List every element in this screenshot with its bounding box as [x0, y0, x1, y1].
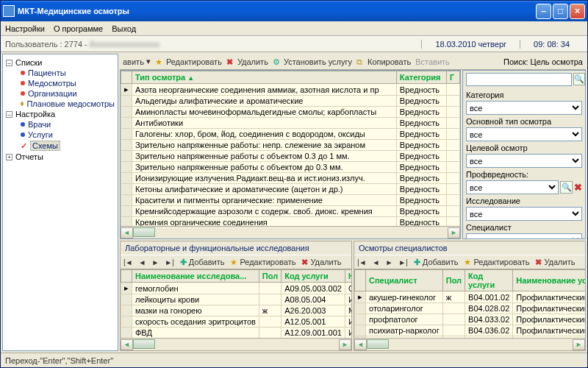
nav-next-icon[interactable]: ►	[151, 258, 159, 266]
search-label: Поиск: Цель осмотра	[503, 57, 583, 66]
titlebar: МКТ-Медицинские осмотры – □ ×	[1, 1, 587, 21]
table-row[interactable]: Галогены: хлор, бром, йод, соединения с …	[121, 129, 460, 140]
col-g[interactable]: Г	[447, 71, 460, 84]
col-category[interactable]: Категория	[396, 71, 446, 84]
filter-main[interactable]: все	[466, 127, 582, 141]
nav-first-icon[interactable]: |◄	[123, 258, 133, 266]
lab-grid[interactable]: Наименование исследова...ПолКод услугиНа…	[121, 269, 351, 338]
tree-examinations[interactable]: Медосмотры	[4, 78, 116, 88]
infobar: Пользователь : 2774 - Axxxxxxxxxxxxxxxx …	[1, 36, 587, 52]
nav-prev-icon[interactable]: ◄	[139, 258, 146, 266]
tree-reports[interactable]: +Отчеты	[4, 152, 116, 162]
tree-lists[interactable]: –Списки	[4, 57, 116, 68]
main-grid[interactable]: Тип осмотра ▲ Категория Г ▸Азота неорган…	[120, 70, 461, 239]
table-row[interactable]: АнтибиотикиВредность	[121, 118, 460, 129]
table-row[interactable]: Зрительно напряженные работы: непр. слеж…	[121, 140, 460, 151]
filter-target[interactable]: все	[466, 154, 582, 168]
date-label: 18.03.2010 четверг	[421, 40, 520, 49]
nav-prev-icon[interactable]: ◄	[373, 258, 380, 266]
table-row[interactable]: Кремнийсодержащие аэрозоли с содерж. сво…	[121, 206, 460, 217]
spec-delete-button[interactable]: ✖Удалить	[535, 258, 575, 267]
spec-hscroll[interactable]: ◄►	[354, 338, 585, 350]
lab-add-button[interactable]: ✚Добавить	[180, 258, 225, 267]
table-row[interactable]: мазки на гонореюжA26.20.003Ми	[121, 305, 352, 316]
col-type[interactable]: Тип осмотра ▲	[132, 71, 397, 84]
filter-cat-label: Категория	[466, 91, 582, 99]
menu-about[interactable]: О программе	[54, 24, 103, 33]
add-button[interactable]: авить ▾	[123, 57, 151, 66]
table-row[interactable]: Ионизирующие излучения.Радиакт.вещ-ва и …	[121, 173, 460, 184]
spec-edit-button[interactable]: ★Редактировать	[464, 258, 529, 267]
app-icon	[3, 5, 15, 17]
filter-spec-label: Специалист	[466, 223, 582, 232]
spec-panel: Осмотры специалистов |◄ ◄ ► ►| ✚Добавить…	[354, 241, 586, 351]
spec-grid[interactable]: СпециалистПолКод услугиНаименование услу…	[354, 269, 585, 338]
filter-panel: 🔍 ✖ Категория все Основной тип осмотра в…	[462, 70, 586, 239]
tree-organizations[interactable]: Организации	[4, 88, 116, 99]
filter-target-label: Целевой осмотр	[466, 144, 582, 152]
table-row[interactable]: Кремния органические соединенияВредность	[121, 217, 460, 227]
delete-button[interactable]: ✖Удалить	[226, 57, 268, 66]
filter-study[interactable]: все	[466, 207, 582, 221]
nav-first-icon[interactable]: |◄	[357, 258, 367, 266]
table-row[interactable]: ▸акушер-гинекологжB04.001.02Профилактиче…	[355, 291, 586, 303]
spec-toolbar: |◄ ◄ ► ►| ✚Добавить ★Редактировать ✖Удал…	[354, 255, 585, 269]
tree-services[interactable]: Услуги	[4, 130, 116, 140]
paste-button[interactable]: Вставить	[415, 57, 450, 66]
close-button[interactable]: ×	[570, 4, 585, 19]
sidebar-tree[interactable]: –Списки Пациенты Медосмотры Организации …	[2, 54, 118, 351]
table-row[interactable]: Зрительно напряженные работы с объектом …	[121, 162, 460, 173]
nav-last-icon[interactable]: ►|	[165, 258, 174, 266]
table-row[interactable]: профпатологB04.033.02Профилактический пр	[355, 314, 586, 325]
table-row[interactable]: психиатр-наркологB04.036.02Профилактичес…	[355, 325, 586, 336]
spec-add-button[interactable]: ✚Добавить	[414, 258, 459, 267]
grid-hscroll[interactable]: ◄►	[121, 226, 460, 238]
copy-button[interactable]: ⧉Копировать	[356, 57, 411, 66]
table-row[interactable]: Зрительно напряженные работы с объектом …	[121, 151, 460, 162]
app-window: МКТ-Медицинские осмотры – □ × Настройки …	[0, 0, 588, 368]
prof-search-icon[interactable]: 🔍	[560, 181, 573, 194]
maximize-button[interactable]: □	[553, 4, 568, 19]
nav-last-icon[interactable]: ►|	[398, 258, 408, 266]
filter-study-label: Исследование	[466, 197, 582, 205]
lab-title: Лабораторные и функциональные исследован…	[121, 241, 351, 255]
spec-title: Осмотры специалистов	[354, 241, 585, 255]
table-row[interactable]: ФВДA12.09.001.001Ис	[121, 328, 352, 339]
filter-prof-label: Профвредность:	[466, 170, 582, 179]
prof-clear-icon[interactable]: ✖	[574, 182, 582, 193]
filter-spec[interactable]: все	[466, 233, 582, 239]
tree-doctors[interactable]: Врачи	[4, 119, 116, 130]
table-row[interactable]: отоларингологB04.028.02Профилактический …	[355, 303, 586, 314]
search-icon[interactable]: 🔍	[573, 73, 585, 85]
table-row[interactable]: скорость оседания эритроцитовA12.05.001И…	[121, 316, 352, 328]
menu-settings[interactable]: Настройки	[5, 24, 45, 33]
tree-setup[interactable]: –Настройка	[4, 109, 116, 119]
lab-panel: Лабораторные и функциональные исследован…	[120, 241, 352, 351]
user-label: Пользователь : 2774 - Axxxxxxxxxxxxxxxx	[5, 40, 421, 49]
table-row[interactable]: лейкоциты кровиA08.05.004Ис	[121, 294, 352, 305]
tree-planned[interactable]: Плановые медосмотры	[4, 99, 116, 109]
table-row[interactable]: ▸Азота неорганические соединения аммиак,…	[121, 84, 460, 96]
search-input[interactable]	[466, 73, 572, 86]
table-row[interactable]: ▸гемоглобинA09.05.003.002Оп	[121, 283, 352, 294]
main-toolbar: авить ▾ ★Редактировать ✖Удалить ⚙Установ…	[120, 54, 586, 70]
lab-toolbar: |◄ ◄ ► ►| ✚Добавить ★Редактировать ✖Удал…	[121, 255, 351, 269]
window-title: МКТ-Медицинские осмотры	[18, 7, 536, 15]
nav-next-icon[interactable]: ►	[385, 258, 392, 266]
table-row[interactable]: Аминопласты мочевиноформальдегидные смол…	[121, 107, 460, 118]
tree-patients[interactable]: Пациенты	[4, 68, 116, 78]
table-row[interactable]: Кетоны алифатические и ароматические (ац…	[121, 184, 460, 195]
lab-hscroll[interactable]: ◄►	[121, 338, 351, 350]
lab-edit-button[interactable]: ★Редактировать	[230, 258, 295, 267]
table-row[interactable]: Альдегиды алифатические и ароматическиеВ…	[121, 96, 460, 107]
tree-schemes[interactable]: ✓Схемы	[4, 140, 116, 152]
edit-button[interactable]: ★Редактировать	[155, 57, 222, 66]
menu-exit[interactable]: Выход	[112, 24, 136, 33]
set-service-button[interactable]: ⚙Установить услугу	[273, 57, 352, 66]
lab-delete-button[interactable]: ✖Удалить	[301, 258, 341, 267]
table-row[interactable]: Красители и пигменты органические: приме…	[121, 195, 460, 206]
minimize-button[interactable]: –	[536, 4, 551, 19]
filter-cat[interactable]: все	[466, 101, 582, 115]
filter-prof[interactable]: все	[466, 180, 559, 194]
time-label: 09: 08: 34	[520, 40, 583, 49]
